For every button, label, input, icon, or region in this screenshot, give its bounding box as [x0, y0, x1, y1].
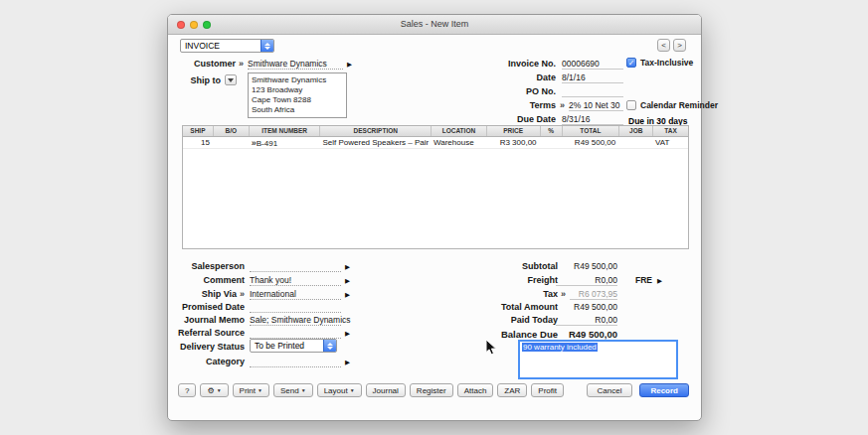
- close-button[interactable]: [177, 21, 185, 29]
- window-controls: [177, 21, 211, 29]
- journal-memo-label: Journal Memo: [168, 315, 245, 325]
- col-job: JOB: [618, 126, 652, 136]
- zar-button[interactable]: ZAR: [497, 383, 527, 397]
- category-field[interactable]: [250, 357, 341, 367]
- back-button[interactable]: <: [657, 39, 670, 52]
- freight-field[interactable]: R0,00: [556, 275, 617, 286]
- delivery-status-value: To be Printed: [251, 340, 323, 352]
- terms-zoom-icon[interactable]: »: [560, 100, 565, 110]
- cell-ship[interactable]: 15: [183, 137, 213, 148]
- col-price: PRICE: [486, 126, 540, 136]
- category-detail-arrow-icon[interactable]: ▶: [345, 359, 350, 366]
- attach-button[interactable]: Attach: [457, 383, 494, 397]
- chevron-down-icon: ▼: [301, 387, 306, 393]
- journal-button[interactable]: Journal: [366, 383, 406, 397]
- customer-field[interactable]: Smithware Dynamics: [248, 59, 343, 70]
- due-date-label: Due Date: [456, 114, 556, 124]
- ship-to-dropdown[interactable]: [225, 74, 237, 85]
- calendar-reminder-label: Calendar Reminder: [640, 100, 718, 110]
- settings-button[interactable]: ⚙▼: [200, 383, 228, 397]
- tax-label: Tax: [458, 289, 558, 299]
- address-line: 123 Broadway: [252, 85, 343, 95]
- ship-to-label: Ship to: [168, 75, 221, 85]
- salesperson-field[interactable]: [250, 261, 341, 272]
- tax-inclusive-option: ✓ Tax-Inclusive: [626, 58, 693, 68]
- ship-via-detail-arrow-icon[interactable]: ▶: [345, 291, 350, 299]
- subtotal-label: Subtotal: [458, 261, 558, 271]
- form-type-value: INVOICE: [181, 40, 260, 52]
- cell-percent[interactable]: [540, 137, 562, 148]
- cancel-button[interactable]: Cancel: [587, 383, 633, 397]
- col-description: DESCRIPTION: [319, 126, 431, 136]
- date-label: Date: [456, 72, 556, 82]
- record-button[interactable]: Record: [639, 383, 689, 397]
- comment-field[interactable]: Thank you!: [250, 275, 341, 286]
- note-textarea[interactable]: 90 warranty included: [518, 340, 678, 379]
- promised-date-field[interactable]: [250, 302, 341, 313]
- delivery-status-label: Delivery Status: [168, 342, 245, 352]
- referral-source-field[interactable]: [250, 328, 341, 339]
- invoice-no-field[interactable]: 00006690: [562, 59, 623, 70]
- freight-detail-arrow-icon[interactable]: ▶: [657, 277, 662, 285]
- item-number: B-491: [257, 139, 277, 148]
- total-amount-label: Total Amount: [458, 302, 558, 312]
- items-table-header: SHIP B/O ITEM NUMBER DESCRIPTION LOCATIO…: [183, 126, 688, 137]
- po-no-label: PO No.: [456, 86, 556, 96]
- salesperson-label: Salesperson: [168, 261, 245, 271]
- form-type-select[interactable]: INVOICE: [180, 39, 274, 53]
- due-date-field[interactable]: 8/31/16: [562, 114, 623, 125]
- print-button[interactable]: Print▼: [233, 383, 269, 397]
- ship-via-zoom-icon[interactable]: »: [240, 289, 245, 299]
- cell-item[interactable]: »B-491: [249, 137, 320, 148]
- date-field[interactable]: 8/1/16: [562, 72, 623, 83]
- subtotal-value: R49 500,00: [556, 261, 617, 271]
- ship-to-address-box[interactable]: Smithware Dynamics 123 Broadway Cape Tow…: [248, 72, 347, 118]
- table-row[interactable]: 15 »B-491 Self Powered Speakers – Pair W…: [183, 137, 688, 149]
- help-button[interactable]: ?: [178, 383, 196, 397]
- minimize-button[interactable]: [190, 21, 198, 29]
- journal-memo-field[interactable]: Sale; Smithware Dynamics: [250, 315, 341, 326]
- cell-location[interactable]: Warehouse: [431, 137, 486, 148]
- cell-bo[interactable]: [213, 137, 249, 148]
- calendar-reminder-checkbox[interactable]: [626, 100, 636, 110]
- po-no-field[interactable]: [562, 86, 623, 97]
- send-button[interactable]: Send▼: [273, 383, 313, 397]
- forward-button[interactable]: >: [673, 39, 686, 52]
- customer-detail-arrow-icon[interactable]: ▶: [347, 61, 352, 69]
- cell-total[interactable]: R49 500,00: [561, 137, 618, 148]
- register-button[interactable]: Register: [410, 383, 453, 397]
- referral-detail-arrow-icon[interactable]: ▶: [345, 330, 350, 338]
- zoom-button[interactable]: [203, 21, 211, 29]
- layout-button[interactable]: Layout▼: [317, 383, 362, 397]
- customer-zoom-icon[interactable]: »: [239, 59, 244, 69]
- address-line: South Africa: [252, 105, 343, 115]
- freight-tax-code[interactable]: FRE: [635, 275, 652, 285]
- cell-price[interactable]: R3 300,00: [486, 137, 540, 148]
- cell-description[interactable]: Self Powered Speakers – Pair: [319, 137, 431, 148]
- comment-detail-arrow-icon[interactable]: ▶: [345, 277, 350, 285]
- page-background: { "window": { "title": "Sales - New Item…: [0, 0, 868, 435]
- col-location: LOCATION: [431, 126, 486, 136]
- total-amount-value: R49 500,00: [556, 302, 617, 312]
- app-window: Sales - New Item INVOICE < > Customer » …: [167, 14, 702, 421]
- comment-label: Comment: [168, 275, 245, 285]
- col-total: TOTAL: [562, 126, 619, 136]
- chevron-down-icon: ▼: [258, 387, 262, 393]
- terms-field[interactable]: 2% 10 Net 30: [569, 100, 623, 111]
- items-table: SHIP B/O ITEM NUMBER DESCRIPTION LOCATIO…: [182, 125, 689, 249]
- chevron-down-icon: [228, 78, 234, 82]
- profit-button[interactable]: Profit: [531, 383, 564, 397]
- tax-zoom-icon[interactable]: »: [561, 289, 566, 299]
- delivery-status-select[interactable]: To be Printed: [250, 339, 337, 353]
- note-selected-text: 90 warranty included: [522, 343, 598, 352]
- promised-date-label: Promised Date: [168, 302, 245, 312]
- cell-job[interactable]: [618, 137, 652, 148]
- category-label: Category: [168, 357, 245, 366]
- salesperson-detail-arrow-icon[interactable]: ▶: [345, 263, 350, 271]
- tax-inclusive-checkbox[interactable]: ✓: [626, 58, 636, 68]
- cell-tax[interactable]: VAT: [652, 137, 688, 148]
- balance-due-value: R49 500,00: [552, 329, 617, 340]
- ship-via-field[interactable]: International: [250, 289, 341, 300]
- freight-label: Freight: [458, 275, 558, 285]
- paid-today-field[interactable]: R0,00: [556, 315, 617, 326]
